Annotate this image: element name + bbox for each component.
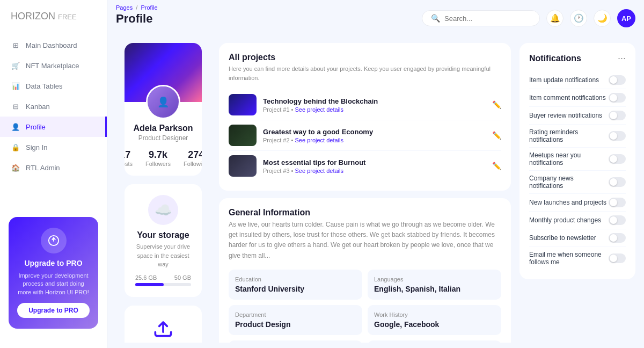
notification-toggle-8[interactable] xyxy=(609,233,626,243)
stat-following-label: Following xyxy=(184,161,202,167)
dashboard-icon: ⊞ xyxy=(11,40,20,50)
general-info-section: General Information As we live, our hear… xyxy=(219,198,511,343)
clock-icon-button[interactable]: 🕐 xyxy=(570,10,587,27)
breadcrumb: Pages / Profile xyxy=(116,4,158,11)
sidebar-item-main-dashboard[interactable]: ⊞ Main Dashboard xyxy=(0,35,107,55)
stat-following-value: 274 xyxy=(184,149,202,161)
bell-icon-button[interactable]: 🔔 xyxy=(546,10,564,27)
notification-toggle-3[interactable] xyxy=(609,131,626,141)
notifications-section: Notifications ··· Item update notificati… xyxy=(519,43,635,279)
info-cell-department: Department Product Design xyxy=(229,305,362,335)
project-item: Technology behind the Blockchain Project… xyxy=(229,90,501,120)
project-sub: Project #1 • See project details xyxy=(263,106,486,113)
info-cell-organization: Organization Simmmple Web LLC xyxy=(229,340,362,343)
notification-label: Item update notifications xyxy=(529,76,609,84)
project-meta: Greatest way to a good Economy Project #… xyxy=(263,128,486,143)
sidebar-item-label: Data Tables xyxy=(26,82,62,90)
notification-item-6: New launches and projects xyxy=(529,194,626,212)
notification-toggle-6[interactable] xyxy=(609,198,626,207)
notification-label: Subscribe to newsletter xyxy=(529,234,609,242)
notification-item-5: Company news notifications xyxy=(529,171,626,194)
sidebar-item-label: RTL Admin xyxy=(26,164,60,172)
notification-item-9: Email me when someone follows me xyxy=(529,247,626,270)
logo-sub: FREE xyxy=(58,13,77,21)
upgrade-description: Improve your development process and sta… xyxy=(17,272,90,296)
info-value: Product Design xyxy=(235,320,356,329)
notification-toggle-4[interactable] xyxy=(609,154,626,164)
sidebar-item-kanban[interactable]: ⊟ Kanban xyxy=(0,96,107,117)
sidebar-nav: ⊞ Main Dashboard 🛒 NFT Marketplace 📊 Dat… xyxy=(0,35,107,208)
columns-wrapper: 👤 Adela Parkson Product Designer 17 Post… xyxy=(107,38,644,348)
info-cell-work-history: Work History Google, Facebook xyxy=(368,305,501,335)
notification-label: Meetups near you notifications xyxy=(529,151,609,166)
info-label: Work History xyxy=(374,311,495,318)
notification-toggle-0[interactable] xyxy=(609,75,626,85)
stat-followers-label: Followers xyxy=(145,161,171,167)
sidebar-item-label: NFT Marketplace xyxy=(26,62,79,70)
project-meta: Most essential tips for Burnout Project … xyxy=(263,158,486,174)
info-value: Stanford University xyxy=(235,285,356,293)
project-sub: Project #3 • See project details xyxy=(263,168,486,174)
app-logo: HORIZON FREE xyxy=(0,11,107,35)
project-item: Greatest way to a good Economy Project #… xyxy=(229,120,501,151)
search-icon: 🔍 xyxy=(431,14,440,23)
project-link[interactable]: See project details xyxy=(295,137,344,143)
project-link[interactable]: See project details xyxy=(295,168,344,174)
home-icon: 🏠 xyxy=(11,163,20,172)
breadcrumb-current: Profile xyxy=(141,4,157,11)
sidebar-item-data-tables[interactable]: 📊 Data Tables xyxy=(0,76,107,96)
nft-icon: 🛒 xyxy=(11,61,20,70)
sidebar-item-nft-marketplace[interactable]: 🛒 NFT Marketplace xyxy=(0,55,107,76)
sidebar-item-sign-in[interactable]: 🔒 Sign In xyxy=(0,137,107,157)
profile-card: 👤 Adela Parkson Product Designer 17 Post… xyxy=(125,43,202,176)
profile-name: Adela Parkson xyxy=(133,124,193,133)
sidebar-item-rtl-admin[interactable]: 🏠 RTL Admin xyxy=(0,157,107,178)
notification-label: Monthly product changes xyxy=(529,216,609,224)
breadcrumb-parent: Pages xyxy=(116,4,133,11)
project-item: Most essential tips for Burnout Project … xyxy=(229,151,501,181)
notification-toggle-2[interactable] xyxy=(609,111,626,120)
project-name: Most essential tips for Burnout xyxy=(263,158,486,166)
project-sub: Project #2 • See project details xyxy=(263,137,486,143)
user-avatar[interactable]: AP xyxy=(617,9,635,27)
search-bar[interactable]: 🔍 xyxy=(422,10,540,26)
info-value: English, Spanish, Italian xyxy=(374,285,495,293)
edit-icon[interactable]: ✏️ xyxy=(492,100,501,109)
info-label: Languages xyxy=(374,276,495,282)
notifications-more-button[interactable]: ··· xyxy=(618,53,626,64)
kanban-icon: ⊟ xyxy=(11,102,20,111)
storage-used: 25.6 GB xyxy=(135,274,157,281)
notification-label: Rating reminders notifications xyxy=(529,128,609,143)
notification-label: Item comment notifications xyxy=(529,94,609,102)
project-thumbnail xyxy=(229,155,257,177)
topbar-icons: 🔍 🔔 🕐 🌙 AP xyxy=(422,9,635,27)
storage-total: 50 GB xyxy=(174,274,191,281)
upgrade-button[interactable]: Upgrade to PRO xyxy=(17,303,90,318)
logo-text: HORIZON xyxy=(11,11,55,21)
info-label: Department xyxy=(235,311,356,318)
sidebar-item-profile[interactable]: 👤 Profile xyxy=(0,117,107,137)
storage-bar xyxy=(135,283,191,286)
info-grid: Education Stanford University Languages … xyxy=(229,270,501,343)
notification-toggle-1[interactable] xyxy=(609,93,626,103)
notification-item-3: Rating reminders notifications xyxy=(529,125,626,148)
notification-toggle-5[interactable] xyxy=(609,177,626,187)
profile-banner: 👤 xyxy=(125,43,202,102)
lock-icon: 🔒 xyxy=(11,142,20,152)
edit-icon[interactable]: ✏️ xyxy=(492,131,501,140)
profile-icon: 👤 xyxy=(11,122,20,132)
project-link[interactable]: See project details xyxy=(295,106,344,113)
stat-posts: 17 Posts xyxy=(125,149,133,167)
notification-toggle-7[interactable] xyxy=(609,215,626,225)
profile-role: Product Designer xyxy=(133,134,193,142)
notification-label: Buyer review notifications xyxy=(529,112,609,119)
search-input[interactable] xyxy=(444,15,531,23)
topbar: Pages / Profile Profile 🔍 🔔 🕐 🌙 AP xyxy=(107,0,644,38)
notification-toggle-9[interactable] xyxy=(609,253,626,263)
moon-icon-button[interactable]: 🌙 xyxy=(594,10,611,27)
sidebar-item-label: Sign In xyxy=(26,143,47,151)
edit-icon[interactable]: ✏️ xyxy=(492,162,501,170)
stat-posts-value: 17 xyxy=(125,149,133,161)
info-label: Education xyxy=(235,276,356,282)
cloud-icon: ☁️ xyxy=(148,195,178,225)
